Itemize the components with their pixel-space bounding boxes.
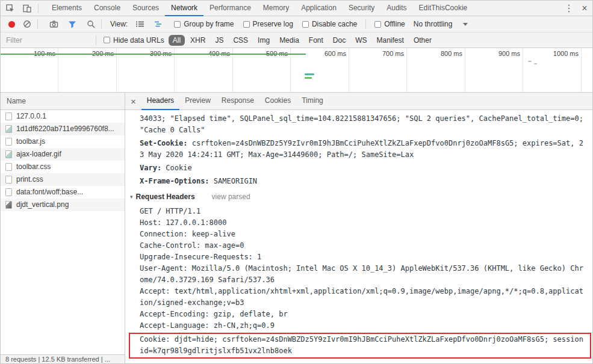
tick-label: 600 ms <box>324 50 346 57</box>
tab-sources[interactable]: Sources <box>126 1 165 16</box>
tab-preview[interactable]: Preview <box>179 93 216 110</box>
network-filter-row: Hide data URLs All XHR JS CSS Img Media … <box>1 32 592 48</box>
request-headers-section[interactable]: ▾ Request Headers view parsed <box>130 191 588 203</box>
filter-pill-js[interactable]: JS <box>211 35 228 46</box>
request-row[interactable]: ajax-loader.gif <box>1 148 125 161</box>
divider <box>37 19 38 29</box>
request-row[interactable]: 1d1df6220ab711e9996760f8... <box>1 123 125 135</box>
request-name: toolbar.js <box>16 137 45 146</box>
request-row[interactable]: print.css <box>1 173 125 186</box>
tab-response[interactable]: Response <box>216 93 259 110</box>
filter-pill-all[interactable]: All <box>169 35 185 46</box>
preserve-log-checkbox[interactable]: Preserve log <box>243 20 293 28</box>
tab-elements[interactable]: Elements <box>46 1 88 16</box>
request-row[interactable]: toolbar.css <box>1 161 125 173</box>
request-row[interactable]: data:font/woff;base... <box>1 186 125 199</box>
name-column-header[interactable]: Name <box>1 93 125 110</box>
checkbox-box <box>302 21 309 28</box>
filter-pill-xhr[interactable]: XHR <box>186 35 210 46</box>
checkbox-box <box>174 21 181 28</box>
divider <box>101 19 102 29</box>
view-parsed-link[interactable]: view parsed <box>212 191 250 203</box>
request-list: 127.0.0.1 1d1df6220ab711e9996760f8... to… <box>1 110 125 211</box>
tab-security[interactable]: Security <box>343 1 380 16</box>
tick-label: 900 ms <box>498 50 520 57</box>
tab-headers[interactable]: Headers <box>141 93 179 110</box>
checkbox-box <box>374 21 381 28</box>
filter-funnel-icon[interactable] <box>66 17 79 31</box>
filter-pill-manifest[interactable]: Manifest <box>373 35 408 46</box>
network-overview-timeline[interactable]: 100 ms 200 ms 300 ms 400 ms 500 ms 600 m… <box>1 48 592 93</box>
checkbox-label: Group by frame <box>184 20 234 28</box>
waterfall-view-icon[interactable] <box>152 17 165 31</box>
clear-icon[interactable] <box>20 17 34 31</box>
divider <box>38 4 39 13</box>
request-row[interactable]: djdt_vertical.png <box>1 199 125 211</box>
headers-content: 34033; "Elapsed time", SQLPanel_sql_time… <box>125 110 592 359</box>
timeline-gridline: 700 ms <box>349 48 407 92</box>
raw-request-line: Accept-Encoding: gzip, deflate, br <box>140 309 588 320</box>
device-toolbar-icon[interactable] <box>20 1 34 16</box>
request-name: 1d1df6220ab711e9996760f8... <box>16 125 114 133</box>
request-row[interactable]: toolbar.js <box>1 135 125 148</box>
cookie-highlight-box: Cookie: djdt=hide; csrftoken=z4sDnWBZDz5… <box>129 333 591 359</box>
checkbox-box <box>243 21 250 28</box>
font-icon <box>5 188 12 196</box>
divider <box>96 35 96 45</box>
close-details-icon[interactable]: × <box>125 96 141 106</box>
filter-pill-ws[interactable]: WS <box>351 35 371 46</box>
header-name: Set-Cookie: <box>140 139 187 147</box>
tab-performance[interactable]: Performance <box>203 1 257 16</box>
cookie-header-line: Cookie: djdt=hide; csrftoken=z4sDnWBZDz5… <box>140 334 588 357</box>
tab-network[interactable]: Network <box>165 1 203 16</box>
tab-editthiscookie[interactable]: EditThisCookie <box>413 1 474 16</box>
filter-input[interactable] <box>1 36 92 45</box>
tab-cookies[interactable]: Cookies <box>259 93 296 110</box>
kebab-menu-icon[interactable]: ⋮ <box>561 2 577 14</box>
timeline-gridline: 800 ms <box>407 48 465 92</box>
record-button[interactable] <box>8 21 15 28</box>
filter-pill-other[interactable]: Other <box>409 35 436 46</box>
close-devtools-icon[interactable]: × <box>577 3 592 14</box>
filter-pill-img[interactable]: Img <box>253 35 274 46</box>
tab-audits[interactable]: Audits <box>380 1 412 16</box>
raw-request-line: Connection: keep-alive <box>140 229 588 240</box>
header-value-overflow: 34033; "Elapsed time", SQLPanel_sql_time… <box>140 113 588 136</box>
filter-pill-css[interactable]: CSS <box>229 35 252 46</box>
checkbox-label: Hide data URLs <box>113 36 164 45</box>
network-toolbar: View: Group by frame Preserve log Disabl… <box>1 16 592 32</box>
tab-memory[interactable]: Memory <box>257 1 295 16</box>
view-label: View: <box>110 20 128 28</box>
raw-request-line: GET / HTTP/1.1 <box>140 206 588 217</box>
request-name: ajax-loader.gif <box>16 150 61 158</box>
request-name: print.css <box>16 175 43 184</box>
list-view-icon[interactable] <box>133 17 146 31</box>
filter-pill-font[interactable]: Font <box>305 35 328 46</box>
search-icon[interactable] <box>84 17 98 31</box>
raw-request-line: Cache-Control: max-age=0 <box>140 240 588 251</box>
raw-request-line: User-Agent: Mozilla/5.0 (Macintosh; Inte… <box>140 263 588 286</box>
filter-pill-media[interactable]: Media <box>275 35 303 46</box>
tab-console[interactable]: Console <box>88 1 126 16</box>
request-row[interactable]: 127.0.0.1 <box>1 110 125 123</box>
offline-checkbox[interactable]: Offline <box>374 20 405 28</box>
disable-cache-checkbox[interactable]: Disable cache <box>302 20 357 28</box>
timeline-gridline: 1000 ms <box>523 48 582 92</box>
checkbox-label: Offline <box>384 20 405 28</box>
request-list-pane: Name 127.0.0.1 1d1df6220ab711e9996760f8.… <box>1 93 125 364</box>
raw-request-line: Upgrade-Insecure-Requests: 1 <box>140 251 588 263</box>
disclosure-triangle-icon: ▾ <box>130 191 133 203</box>
tab-timing[interactable]: Timing <box>296 93 329 110</box>
inspect-element-icon[interactable] <box>3 1 17 16</box>
filter-pill-doc[interactable]: Doc <box>329 35 350 46</box>
hide-data-urls-checkbox[interactable]: Hide data URLs <box>104 36 164 45</box>
request-name: 127.0.0.1 <box>16 112 46 120</box>
waterfall-mark <box>528 61 532 62</box>
request-name: toolbar.css <box>16 162 51 171</box>
throttling-dropdown[interactable]: No throttling <box>414 20 468 28</box>
tab-application[interactable]: Application <box>295 1 343 16</box>
screenshot-camera-icon[interactable] <box>47 17 60 31</box>
header-name: X-Frame-Options: <box>140 177 210 185</box>
group-by-frame-checkbox[interactable]: Group by frame <box>174 20 234 28</box>
waterfall-mark <box>305 77 312 79</box>
